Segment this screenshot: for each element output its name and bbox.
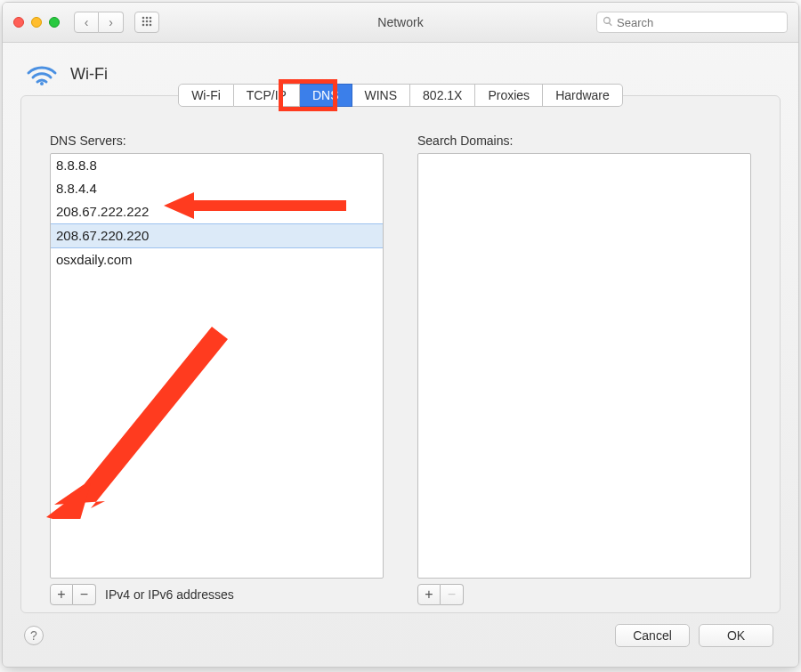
dns-servers-label: DNS Servers: <box>50 134 384 148</box>
chevron-right-icon: › <box>109 15 113 29</box>
tab-label: Proxies <box>488 88 530 102</box>
svg-point-6 <box>142 23 145 26</box>
svg-point-2 <box>150 16 152 19</box>
list-item[interactable]: 8.8.8.8 <box>51 154 383 177</box>
cancel-button[interactable]: Cancel <box>615 624 690 647</box>
back-button[interactable]: ‹ <box>74 12 99 33</box>
tab-proxies[interactable]: Proxies <box>475 84 543 107</box>
zoom-window-button[interactable] <box>49 17 60 28</box>
footer: ? Cancel OK <box>3 624 798 667</box>
forward-button[interactable]: › <box>99 12 124 33</box>
add-dns-button[interactable]: + <box>50 584 73 605</box>
remove-dns-button[interactable]: − <box>73 584 96 605</box>
svg-point-0 <box>142 16 145 19</box>
minimize-window-button[interactable] <box>31 17 42 28</box>
list-item[interactable]: 208.67.220.220 <box>51 223 383 248</box>
search-domains-list[interactable] <box>417 153 751 579</box>
button-label: Cancel <box>633 628 672 643</box>
dns-servers-list[interactable]: 8.8.8.8 8.8.4.4 208.67.222.222 208.67.22… <box>50 153 384 579</box>
ok-button[interactable]: OK <box>699 624 773 647</box>
tab-hardware[interactable]: Hardware <box>543 84 623 107</box>
list-item[interactable]: 8.8.4.4 <box>51 177 383 200</box>
tab-label: Hardware <box>555 88 610 102</box>
list-item[interactable]: osxdaily.com <box>51 248 383 271</box>
svg-point-1 <box>146 16 149 19</box>
window-controls <box>13 17 60 28</box>
svg-point-3 <box>142 20 145 22</box>
columns: DNS Servers: 8.8.8.8 8.8.4.4 208.67.222.… <box>21 107 780 612</box>
tab-label: WINS <box>365 88 398 102</box>
content-panel: Wi-Fi TCP/IP DNS WINS 802.1X Proxies Har… <box>20 95 781 613</box>
tab-8021x[interactable]: 802.1X <box>410 84 475 107</box>
search-domains-column: Search Domains: + − <box>417 134 751 605</box>
minus-icon: − <box>80 587 88 602</box>
search-field-wrap[interactable] <box>596 12 788 33</box>
search-input[interactable] <box>617 16 781 29</box>
svg-point-7 <box>146 23 149 26</box>
tab-bar: Wi-Fi TCP/IP DNS WINS 802.1X Proxies Har… <box>21 84 780 107</box>
tab-tcpip[interactable]: TCP/IP <box>234 84 300 107</box>
plus-icon: + <box>425 587 433 602</box>
help-button[interactable]: ? <box>24 626 44 645</box>
button-label: OK <box>727 628 745 643</box>
search-domains-footer: + − <box>417 584 751 605</box>
tab-label: TCP/IP <box>247 88 287 102</box>
remove-search-domain-button[interactable]: − <box>441 584 464 605</box>
dns-list-footer: + − IPv4 or IPv6 addresses <box>50 584 384 605</box>
dns-add-remove: + − <box>50 584 96 605</box>
chevron-left-icon: ‹ <box>85 15 89 29</box>
search-domains-add-remove: + − <box>417 584 464 605</box>
add-search-domain-button[interactable]: + <box>417 584 441 605</box>
tab-dns[interactable]: DNS <box>300 84 352 107</box>
titlebar: ‹ › Network <box>3 3 798 43</box>
dns-servers-column: DNS Servers: 8.8.8.8 8.8.4.4 208.67.222.… <box>50 134 384 605</box>
svg-point-4 <box>146 20 149 22</box>
network-preferences-window: ‹ › Network Wi-Fi Wi-Fi TC <box>2 2 799 668</box>
search-icon <box>603 16 613 29</box>
minus-icon: − <box>448 587 456 602</box>
panel-title: Wi-Fi <box>70 65 108 84</box>
show-all-button[interactable] <box>134 12 159 33</box>
window-title: Network <box>377 15 423 29</box>
search-domains-label: Search Domains: <box>417 134 751 148</box>
tab-wifi[interactable]: Wi-Fi <box>178 84 234 107</box>
plus-icon: + <box>57 587 65 602</box>
nav-buttons: ‹ › <box>74 12 124 33</box>
tab-label: DNS <box>312 88 339 102</box>
svg-point-8 <box>150 23 152 26</box>
close-window-button[interactable] <box>13 17 24 28</box>
grid-icon <box>142 16 152 29</box>
tab-label: 802.1X <box>423 88 462 102</box>
svg-point-5 <box>150 20 152 22</box>
list-item[interactable]: 208.67.222.222 <box>51 200 383 223</box>
tab-label: Wi-Fi <box>191 88 221 102</box>
dns-hint: IPv4 or IPv6 addresses <box>105 587 234 602</box>
help-icon: ? <box>30 628 37 643</box>
tab-wins[interactable]: WINS <box>352 84 411 107</box>
